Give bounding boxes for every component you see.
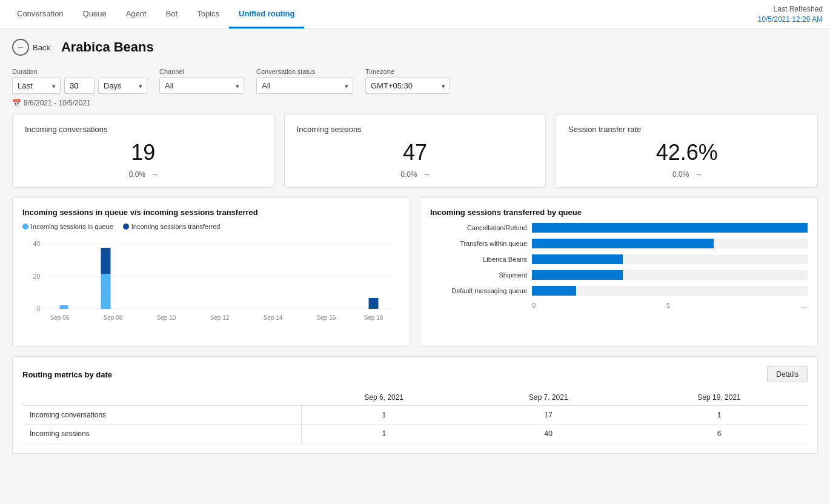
routing-metrics-section: Routing metrics by date Details Sep 6, 2… bbox=[12, 356, 818, 454]
svg-text:0: 0 bbox=[36, 305, 40, 313]
legend-label-queue: Incoming sessions in queue bbox=[31, 223, 113, 230]
table-header-col2: Sep 7, 2021 bbox=[466, 390, 631, 406]
tab-topics[interactable]: Topics bbox=[187, 1, 229, 28]
sessions-chart-legend: Incoming sessions in queue Incoming sess… bbox=[22, 223, 400, 230]
channel-label: Channel bbox=[159, 68, 244, 75]
sessions-bar-chart-svg: 40 20 0 Sep 06 Sep 08 Sep 10 bbox=[22, 237, 400, 334]
calendar-icon: 📅 bbox=[12, 99, 21, 107]
hbar-row-liberica: Liberica Beans bbox=[430, 254, 808, 264]
table-header-metric bbox=[22, 390, 302, 406]
duration-filter: Duration Last Days Weeks Months bbox=[12, 68, 147, 94]
svg-text:Sep 12: Sep 12 bbox=[210, 314, 230, 321]
kpi-incoming-conversations-title: Incoming conversations bbox=[25, 125, 262, 134]
sessions-col1: 1 bbox=[302, 425, 466, 443]
duration-unit-dropdown[interactable]: Days Weeks Months bbox=[98, 78, 147, 94]
legend-label-transferred: Incoming sessions transferred bbox=[131, 223, 221, 230]
hbar-chart-card: Incoming sessions transferred by queue C… bbox=[420, 197, 818, 346]
tab-agent[interactable]: Agent bbox=[116, 1, 156, 28]
duration-unit-select[interactable]: Days Weeks Months bbox=[98, 78, 147, 94]
hbar-row-transfers: Transfers within queue bbox=[430, 239, 808, 248]
table-header-col3: Sep 19, 2021 bbox=[631, 390, 808, 406]
svg-text:Sep 16: Sep 16 bbox=[317, 314, 336, 321]
timezone-select[interactable]: GMT+05:30 bbox=[365, 78, 450, 94]
page-header: ← Back Arabica Beans bbox=[12, 39, 818, 56]
svg-text:20: 20 bbox=[33, 273, 40, 280]
legend-in-queue: Incoming sessions in queue bbox=[22, 223, 113, 230]
hbar-row-shipment: Shipment bbox=[430, 270, 808, 280]
last-refreshed: Last Refreshed 10/5/2021 12:28 AM bbox=[758, 4, 823, 25]
conversation-status-dropdown[interactable]: All bbox=[256, 78, 353, 94]
nav-tabs: Conversation Queue Agent Bot Topics Unif… bbox=[7, 1, 304, 28]
hbar-label-default: Default messaging queue bbox=[430, 287, 527, 294]
kpi-incoming-conversations-pct: 0.0% bbox=[129, 170, 145, 179]
charts-row: Incoming sessions in queue v/s incoming … bbox=[12, 197, 818, 346]
timezone-filter: Timezone GMT+05:30 bbox=[365, 68, 450, 94]
table-header-col1: Sep 6, 2021 bbox=[302, 390, 466, 406]
duration-prefix-select[interactable]: Last bbox=[12, 78, 61, 94]
details-button[interactable]: Details bbox=[767, 366, 808, 382]
hbar-label-cancellation: Cancellation/Refund bbox=[430, 224, 527, 231]
hbar-track-transfers bbox=[532, 239, 808, 248]
timezone-dropdown[interactable]: GMT+05:30 bbox=[365, 78, 450, 94]
tab-unified-routing[interactable]: Unified routing bbox=[229, 1, 304, 28]
svg-text:Sep 14: Sep 14 bbox=[264, 314, 283, 321]
kpi-incoming-conversations-trend: -- bbox=[153, 170, 158, 179]
metric-label-sessions: Incoming sessions bbox=[22, 425, 302, 443]
table-header-row-dates: Sep 6, 2021 Sep 7, 2021 Sep 19, 2021 bbox=[22, 390, 808, 406]
hbar-fill-liberica bbox=[532, 254, 623, 264]
hbar-track-liberica bbox=[532, 254, 808, 264]
kpi-incoming-sessions-sub: 0.0% -- bbox=[297, 170, 534, 179]
kpi-session-transfer-rate-title: Session transfer rate bbox=[568, 125, 805, 134]
page-title: Arabica Beans bbox=[61, 39, 154, 55]
sessions-chart-title: Incoming sessions in queue v/s incoming … bbox=[22, 208, 400, 217]
tab-conversation[interactable]: Conversation bbox=[7, 1, 73, 28]
routing-metrics-title: Routing metrics by date bbox=[22, 370, 112, 379]
conversations-col3: 1 bbox=[631, 406, 808, 425]
svg-rect-8 bbox=[101, 248, 111, 274]
conversation-status-label: Conversation status bbox=[256, 68, 353, 75]
kpi-session-transfer-rate-pct: 0.0% bbox=[672, 170, 689, 179]
hbar-chart: Cancellation/Refund Transfers within que… bbox=[430, 223, 808, 309]
kpi-incoming-conversations: Incoming conversations 19 0.0% -- bbox=[12, 114, 274, 188]
svg-rect-6 bbox=[60, 305, 68, 309]
tab-queue[interactable]: Queue bbox=[73, 1, 116, 28]
duration-number-input[interactable] bbox=[64, 78, 95, 94]
kpi-incoming-sessions-value: 47 bbox=[297, 140, 534, 165]
conversation-status-select[interactable]: All bbox=[256, 78, 353, 94]
channel-select[interactable]: All bbox=[159, 78, 244, 94]
duration-prefix-dropdown[interactable]: Last bbox=[12, 78, 61, 94]
hbar-dots[interactable]: … bbox=[801, 302, 808, 309]
kpi-incoming-conversations-value: 19 bbox=[25, 140, 262, 165]
legend-transferred: Incoming sessions transferred bbox=[123, 223, 221, 230]
hbar-label-transfers: Transfers within queue bbox=[430, 240, 527, 247]
kpi-incoming-sessions-trend: -- bbox=[425, 170, 430, 179]
legend-dot-transferred bbox=[123, 224, 129, 230]
routing-metrics-table: Sep 6, 2021 Sep 7, 2021 Sep 19, 2021 Inc… bbox=[22, 390, 808, 443]
svg-text:Sep 08: Sep 08 bbox=[104, 314, 123, 321]
kpi-session-transfer-rate: Session transfer rate 42.6% 0.0% -- bbox=[556, 114, 818, 188]
kpi-cards-row: Incoming conversations 19 0.0% -- Incomi… bbox=[12, 114, 818, 188]
kpi-session-transfer-rate-sub: 0.0% -- bbox=[568, 170, 805, 179]
metric-label-conversations: Incoming conversations bbox=[22, 406, 302, 425]
hbar-label-shipment: Shipment bbox=[430, 271, 527, 279]
kpi-incoming-sessions: Incoming sessions 47 0.0% -- bbox=[284, 114, 546, 188]
svg-rect-7 bbox=[101, 274, 111, 309]
back-button[interactable]: ← Back bbox=[12, 39, 50, 56]
conversations-col1: 1 bbox=[302, 406, 466, 425]
svg-rect-9 bbox=[369, 298, 379, 309]
hbar-fill-shipment bbox=[532, 270, 623, 280]
conversation-status-filter: Conversation status All bbox=[256, 68, 353, 94]
hbar-track-default bbox=[532, 286, 808, 296]
date-range-text: 9/6/2021 - 10/5/2021 bbox=[24, 99, 91, 107]
hbar-axis-5: 5 bbox=[666, 302, 670, 309]
last-refreshed-label: Last Refreshed bbox=[758, 4, 823, 15]
tab-bot[interactable]: Bot bbox=[156, 1, 188, 28]
conversations-col2: 17 bbox=[466, 406, 631, 425]
hbar-fill-default bbox=[532, 286, 576, 296]
back-label: Back bbox=[33, 43, 50, 52]
kpi-session-transfer-rate-trend: -- bbox=[696, 170, 701, 179]
filters-row: Duration Last Days Weeks Months C bbox=[12, 68, 818, 94]
channel-dropdown[interactable]: All bbox=[159, 78, 244, 94]
kpi-incoming-conversations-sub: 0.0% -- bbox=[25, 170, 262, 179]
hbar-track-cancellation bbox=[532, 223, 808, 233]
